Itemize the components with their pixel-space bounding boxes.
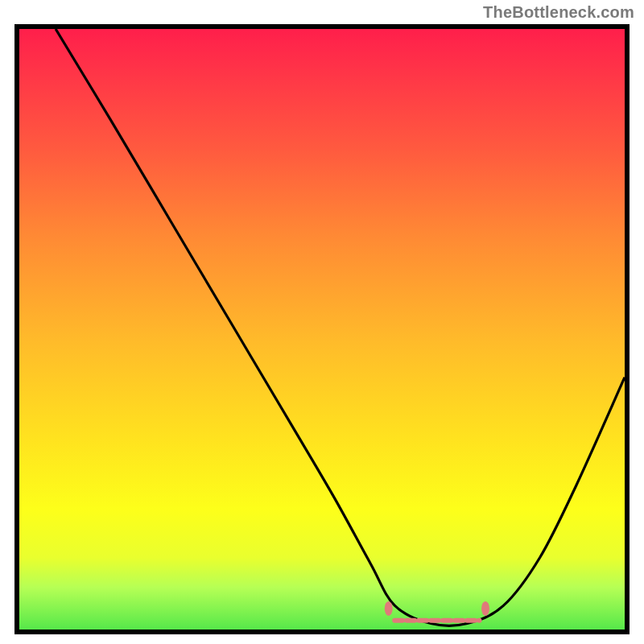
chart-container: TheBottleneck.com [0, 0, 644, 644]
chart-svg [19, 29, 625, 630]
attribution-label: TheBottleneck.com [483, 3, 634, 22]
optimal-start-marker [385, 601, 393, 616]
plot-frame [14, 24, 630, 634]
optimal-end-marker [481, 601, 489, 616]
bottleneck-curve [56, 29, 625, 625]
